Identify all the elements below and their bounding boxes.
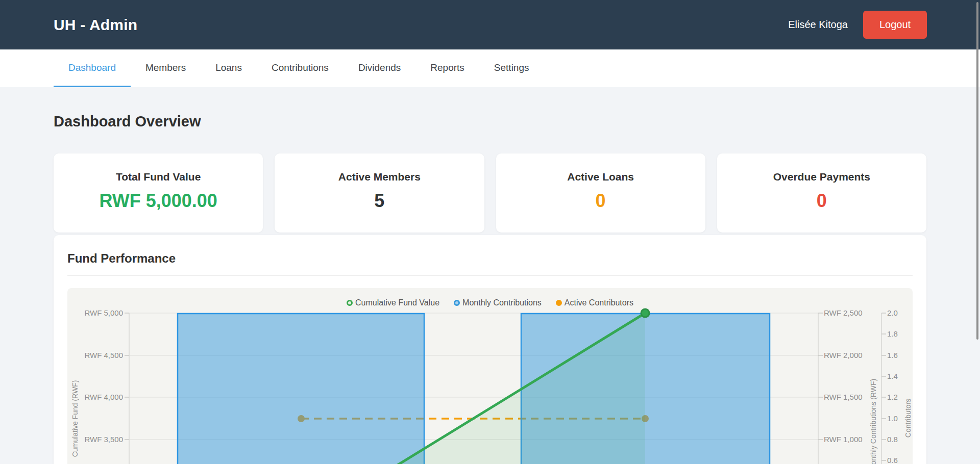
card-active-loans: Active Loans 0 [496,153,705,233]
app-title: UH - Admin [54,16,137,34]
right-axis2-tick: 1.8 [887,329,898,339]
left-axis-tick: RWF 3,500 [69,434,123,445]
right-axis2-tick: 0.8 [887,434,898,445]
tab-dashboard[interactable]: Dashboard [54,49,131,87]
data-point-cumulative-month2 [641,309,649,317]
page-title: Dashboard Overview [54,113,926,130]
right-axis2-tick: 1.2 [887,392,898,402]
card-value: 0 [717,190,926,212]
tab-members[interactable]: Members [131,49,201,87]
app-header: UH - Admin Elisée Kitoga Logout [0,0,980,49]
legend-marker-green-circle-icon [347,300,353,306]
right-axis2-tick: 0.6 [887,455,898,464]
card-title: Active Members [275,171,484,183]
right-axis1-tick: RWF 2,000 [824,350,863,360]
card-total-fund-value: Total Fund Value RWF 5,000.00 [54,153,263,233]
left-axis-tick: RWF 4,000 [69,392,123,402]
logout-button[interactable]: Logout [863,11,927,39]
card-active-members: Active Members 5 [275,153,484,233]
chart-plot-area: Cumulative Fund (RWF) Monthly Contributi… [67,288,913,464]
legend-item-active-contributors[interactable]: Active Contributors [556,298,633,307]
card-title: Active Loans [496,171,705,183]
vertical-scrollbar-thumb[interactable] [976,2,978,340]
legend-item-monthly-contributions[interactable]: Monthly Contributions [454,298,542,307]
tab-contributions[interactable]: Contributions [257,49,344,87]
fund-performance-chart: Cumulative Fund Value Monthly Contributi… [67,288,913,464]
left-axis-tick: RWF 4,500 [69,350,123,360]
card-title: Total Fund Value [54,171,263,183]
left-axis-tick: RWF 5,000 [69,308,123,318]
legend-item-cumulative-fund-value[interactable]: Cumulative Fund Value [347,298,439,307]
right-axis1-tick: RWF 1,500 [824,392,863,402]
legend-marker-blue-circle-icon [454,300,460,306]
tab-settings[interactable]: Settings [479,49,544,87]
legend-label: Monthly Contributions [462,298,542,307]
right-axis2-tick: 2.0 [887,308,898,318]
chart-legend: Cumulative Fund Value Monthly Contributi… [67,298,913,307]
page-content: Dashboard Overview Total Fund Value RWF … [0,113,980,464]
card-overdue-payments: Overdue Payments 0 [717,153,926,233]
tab-loans[interactable]: Loans [201,49,257,87]
right-axis1-title: Monthly Contributions (RWF) [869,379,877,464]
stat-cards-row: Total Fund Value RWF 5,000.00 Active Mem… [54,153,926,233]
divider [67,275,913,276]
right-axis2-tick: 1.6 [887,350,898,360]
logged-in-user: Elisée Kitoga [788,19,848,31]
right-axis2-tick: 1.4 [887,371,898,381]
main-nav: Dashboard Members Loans Contributions Di… [0,49,980,87]
legend-label: Active Contributors [565,298,633,307]
legend-marker-orange-circle-icon [556,300,562,306]
right-axis2-tick: 1.0 [887,414,898,424]
card-value: 0 [496,190,705,212]
fund-performance-title: Fund Performance [67,251,913,266]
right-axis2-title: Contributors [904,399,912,437]
card-value: RWF 5,000.00 [54,190,263,212]
tab-dividends[interactable]: Dividends [344,49,415,87]
card-value: 5 [275,190,484,212]
right-axis1-tick: RWF 1,000 [824,434,863,445]
tab-reports[interactable]: Reports [415,49,479,87]
fund-performance-card: Fund Performance Cumulative Fund Value M… [54,235,926,464]
right-axis1-tick: RWF 2,500 [824,308,863,318]
card-title: Overdue Payments [717,171,926,183]
legend-label: Cumulative Fund Value [355,298,439,307]
